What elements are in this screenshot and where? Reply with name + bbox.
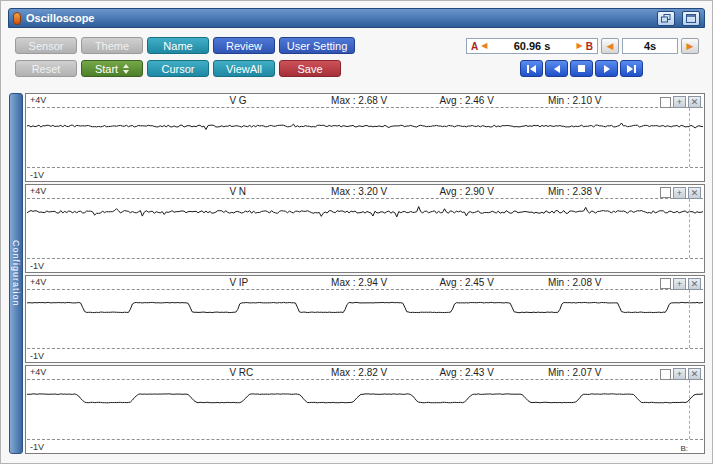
title-bar: Oscilloscope	[8, 8, 705, 28]
channel-min: Min : 2.10 V	[548, 95, 601, 106]
upper-voltage-label: +4V	[30, 186, 46, 196]
channel-zoom-button[interactable]: +	[673, 368, 686, 380]
channel-panel-vrc: +4V V RC Max : 2.82 V Avg : 2.43 V Min :…	[25, 365, 705, 454]
step-back-icon	[554, 65, 560, 73]
waveform-trace	[27, 108, 703, 167]
lower-grid-line	[27, 167, 703, 168]
channel-close-button[interactable]: ✕	[688, 368, 701, 380]
channel-min: Min : 2.38 V	[548, 186, 601, 197]
channel-controls: + ✕	[660, 187, 701, 199]
waveform-trace	[27, 199, 703, 258]
toolbar-row2: Reset Start Cursor ViewAll Save	[15, 60, 341, 77]
upper-voltage-label: +4V	[30, 95, 46, 105]
configuration-tab[interactable]: Configuration	[9, 93, 23, 454]
cursor-b-line	[689, 199, 690, 258]
waveform-trace	[27, 380, 703, 439]
stop-icon	[578, 65, 585, 72]
channel-max: Max : 2.94 V	[331, 277, 387, 288]
spinner-arrows-icon	[123, 64, 129, 74]
channel-close-button[interactable]: ✕	[688, 187, 701, 199]
channel-max: Max : 3.20 V	[331, 186, 387, 197]
viewall-button[interactable]: ViewAll	[213, 60, 275, 77]
restore-button[interactable]	[657, 11, 675, 26]
user-setting-button[interactable]: User Setting	[279, 37, 355, 54]
waveform-trace	[27, 290, 703, 349]
channel-panel-vg: +4V V G Max : 2.68 V Avg : 2.46 V Min : …	[25, 93, 705, 182]
right-arrow-icon: ▶	[687, 41, 694, 51]
play-button[interactable]	[595, 60, 618, 77]
sensor-button[interactable]: Sensor	[15, 37, 77, 54]
channel-zoom-button[interactable]: +	[673, 278, 686, 290]
channel-avg: Avg : 2.90 V	[440, 186, 494, 197]
marker-b-label: B	[586, 41, 593, 52]
start-label: Start	[95, 63, 118, 75]
skip-end-button[interactable]	[620, 60, 643, 77]
channel-name: V IP	[229, 277, 248, 288]
channel-avg: Avg : 2.43 V	[440, 367, 494, 378]
skip-start-icon	[527, 65, 529, 73]
cursor-b-line	[689, 290, 690, 349]
channel-area: +4V V G Max : 2.68 V Avg : 2.46 V Min : …	[25, 93, 705, 454]
cursor-b-line	[689, 380, 690, 439]
skip-end-icon	[627, 65, 633, 73]
channel-avg: Avg : 2.45 V	[440, 277, 494, 288]
lower-grid-line	[27, 439, 703, 440]
review-button[interactable]: Review	[213, 37, 275, 54]
time-controls: A ◀ 60.96 s ▶ B ◀ 4s ▶	[466, 38, 699, 54]
channel-name: V N	[229, 186, 246, 197]
channel-visible-checkbox[interactable]	[660, 187, 671, 198]
theme-button[interactable]: Theme	[81, 37, 143, 54]
time-range-display: A ◀ 60.96 s ▶ B	[466, 38, 598, 54]
cursor-b-line	[689, 108, 690, 167]
time-step-forward-button[interactable]: ▶	[681, 38, 699, 54]
restore-icon	[661, 14, 671, 23]
channel-name: V G	[229, 95, 246, 106]
channel-max: Max : 2.68 V	[331, 95, 387, 106]
time-window-value[interactable]: 4s	[622, 38, 678, 54]
channel-panel-vip: +4V V IP Max : 2.94 V Avg : 2.45 V Min :…	[25, 275, 705, 364]
lower-grid-line	[27, 348, 703, 349]
marker-b-arrow-icon: ▶	[577, 42, 583, 50]
channel-close-button[interactable]: ✕	[688, 96, 701, 108]
start-button[interactable]: Start	[81, 60, 143, 77]
lower-voltage-label: -1V	[30, 351, 44, 361]
channel-visible-checkbox[interactable]	[660, 369, 671, 380]
lower-voltage-label: -1V	[30, 170, 44, 180]
lower-grid-line	[27, 258, 703, 259]
maximize-icon	[686, 14, 696, 23]
oscilloscope-window: Oscilloscope Sensor Theme Name Review Us…	[0, 0, 713, 464]
time-value: 60.96 s	[490, 40, 573, 52]
channel-max: Max : 2.82 V	[331, 367, 387, 378]
upper-voltage-label: +4V	[30, 367, 46, 377]
stop-button[interactable]	[570, 60, 593, 77]
playback-controls	[520, 60, 643, 77]
time-step-back-button[interactable]: ◀	[601, 38, 619, 54]
cursor-b-label: B:	[680, 444, 688, 453]
configuration-tab-label: Configuration	[11, 240, 21, 307]
channel-name: V RC	[229, 367, 253, 378]
maximize-button[interactable]	[682, 11, 700, 26]
channel-controls: + ✕	[660, 368, 701, 380]
channel-visible-checkbox[interactable]	[660, 97, 671, 108]
reset-button[interactable]: Reset	[15, 60, 77, 77]
marker-a-arrow-icon: ◀	[481, 42, 487, 50]
channel-avg: Avg : 2.46 V	[440, 95, 494, 106]
left-arrow-icon: ◀	[607, 41, 614, 51]
channel-zoom-button[interactable]: +	[673, 187, 686, 199]
step-back-button[interactable]	[545, 60, 568, 77]
name-button[interactable]: Name	[147, 37, 209, 54]
channel-close-button[interactable]: ✕	[688, 278, 701, 290]
save-button[interactable]: Save	[279, 60, 341, 77]
channel-visible-checkbox[interactable]	[660, 278, 671, 289]
channel-zoom-button[interactable]: +	[673, 96, 686, 108]
window-title: Oscilloscope	[26, 12, 650, 24]
channel-min: Min : 2.08 V	[548, 277, 601, 288]
lower-voltage-label: -1V	[30, 261, 44, 271]
skip-start-button[interactable]	[520, 60, 543, 77]
upper-voltage-label: +4V	[30, 277, 46, 287]
toolbar-row1: Sensor Theme Name Review User Setting	[15, 37, 355, 54]
cursor-button[interactable]: Cursor	[147, 60, 209, 77]
channel-controls: + ✕	[660, 278, 701, 290]
play-icon	[604, 65, 610, 73]
channel-controls: + ✕	[660, 96, 701, 108]
